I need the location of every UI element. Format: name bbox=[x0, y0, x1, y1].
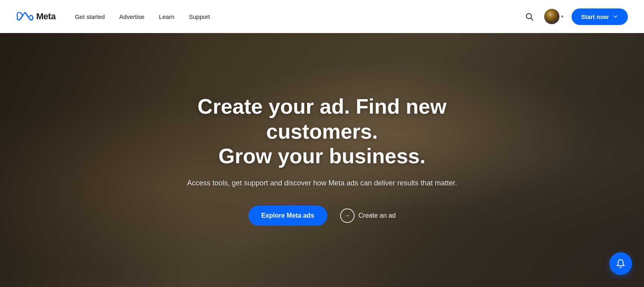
bell-icon bbox=[616, 259, 625, 268]
chevron-down-icon: ▾ bbox=[561, 14, 564, 19]
start-now-button[interactable]: Start now bbox=[572, 8, 628, 25]
create-ad-link[interactable]: → Create an ad bbox=[340, 208, 396, 223]
start-now-chevron-icon bbox=[613, 14, 618, 19]
meta-logo-link[interactable]: Meta bbox=[16, 11, 56, 22]
meta-infinity-icon bbox=[16, 12, 34, 21]
navbar-right: ▾ Start now bbox=[522, 8, 628, 25]
navbar: Meta Get started Advertise Learn Support… bbox=[0, 0, 644, 33]
nav-advertise[interactable]: Advertise bbox=[119, 13, 144, 20]
hero-headline: Create your ad. Find new customers. Grow… bbox=[165, 94, 479, 168]
nav-links: Get started Advertise Learn Support bbox=[75, 13, 522, 20]
svg-line-1 bbox=[531, 18, 533, 20]
meta-logo-text: Meta bbox=[36, 11, 56, 22]
search-button[interactable] bbox=[522, 10, 536, 23]
notification-bell-button[interactable] bbox=[609, 252, 632, 275]
hero-content: Create your ad. Find new customers. Grow… bbox=[157, 94, 487, 225]
nav-learn[interactable]: Learn bbox=[159, 13, 174, 20]
hero-section: Create your ad. Find new customers. Grow… bbox=[0, 33, 644, 287]
nav-support[interactable]: Support bbox=[189, 13, 210, 20]
explore-meta-ads-button[interactable]: Explore Meta ads bbox=[248, 206, 327, 226]
create-ad-arrow-icon: → bbox=[340, 208, 355, 223]
nav-get-started[interactable]: Get started bbox=[75, 13, 105, 20]
hero-subtext: Access tools, get support and discover h… bbox=[165, 178, 479, 189]
hero-cta-row: Explore Meta ads → Create an ad bbox=[165, 206, 479, 226]
avatar bbox=[544, 9, 559, 24]
search-icon bbox=[525, 12, 534, 21]
user-avatar-wrapper[interactable]: ▾ bbox=[544, 9, 564, 24]
